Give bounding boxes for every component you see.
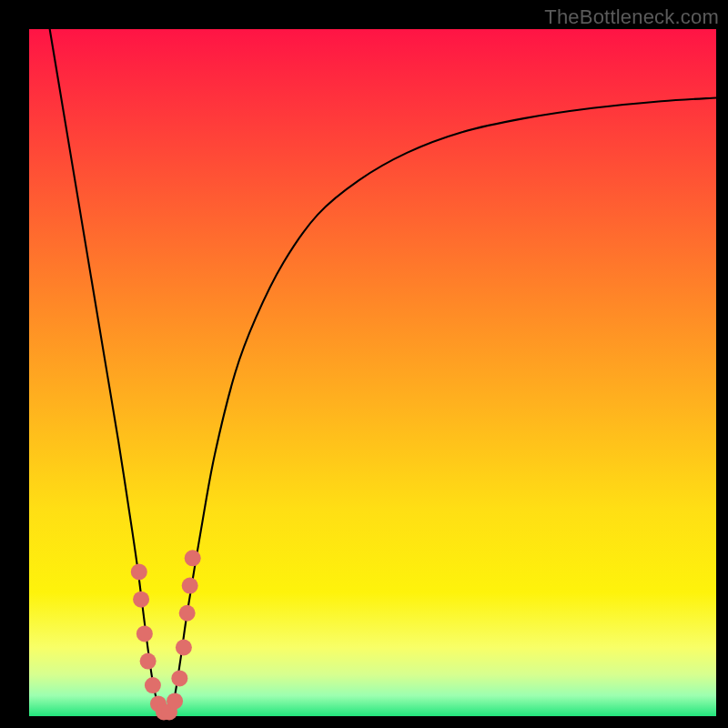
curve-marker <box>185 550 201 566</box>
curve-marker <box>136 625 153 642</box>
watermark-text: TheBottleneck.com <box>544 5 719 29</box>
bottleneck-curve <box>50 29 716 716</box>
curve-marker <box>167 693 183 709</box>
curve-marker <box>131 563 147 580</box>
curve-marker <box>145 677 161 693</box>
plot-area <box>29 29 716 716</box>
curve-marker <box>182 578 198 594</box>
curve-marker <box>179 605 196 622</box>
curve-marker <box>133 592 149 608</box>
curve-marker <box>176 640 192 656</box>
curve-marker <box>140 653 157 670</box>
curve-marker <box>171 670 187 686</box>
chart-stage: TheBottleneck.com <box>0 0 728 728</box>
plot-svg <box>29 29 716 716</box>
curve-markers <box>131 550 201 720</box>
